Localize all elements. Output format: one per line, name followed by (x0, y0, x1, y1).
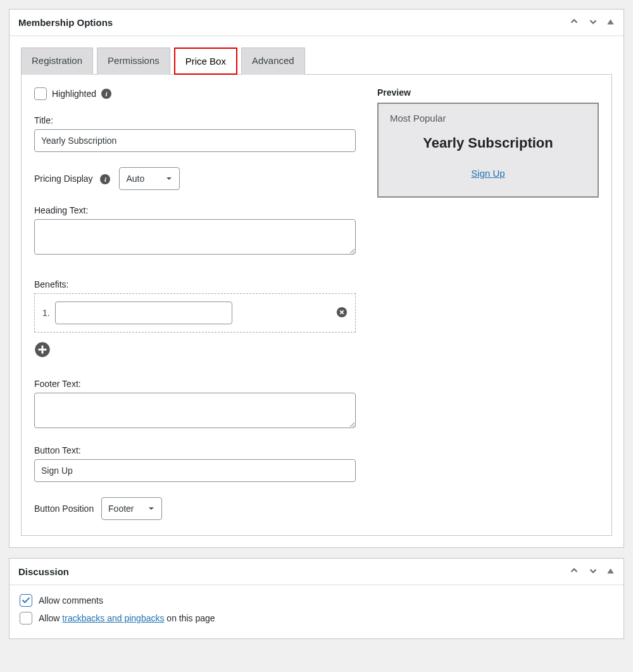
benefit-number: 1. (42, 308, 50, 318)
add-benefit-button[interactable] (34, 341, 51, 360)
allow-trackbacks-label: Allow trackbacks and pingbacks on this p… (39, 613, 215, 623)
preview-column: Preview Most Popular Yearly Subscription… (377, 87, 599, 523)
heading-text-textarea[interactable] (34, 219, 356, 255)
allow-trackbacks-row: Allow trackbacks and pingbacks on this p… (20, 612, 613, 624)
heading-text-label: Heading Text: (34, 205, 365, 215)
pricing-display-select[interactable]: Auto (119, 167, 180, 190)
heading-text-row: Heading Text: (34, 205, 365, 257)
button-position-select[interactable]: Footer (101, 497, 162, 520)
pricing-display-label: Pricing Display (34, 174, 93, 184)
move-down-button[interactable] (587, 16, 599, 29)
title-label: Title: (34, 115, 365, 125)
membership-options-header: Membership Options (9, 10, 624, 36)
discussion-header: Discussion (9, 559, 624, 585)
discussion-title: Discussion (18, 566, 69, 577)
trackbacks-link[interactable]: trackbacks and pingbacks (62, 613, 164, 623)
tab-permissions[interactable]: Permissions (97, 48, 170, 75)
remove-benefit-button[interactable] (336, 307, 348, 320)
price-box-panel: Highlighted i Title: Pricing Display i A… (21, 74, 612, 536)
preview-box: Most Popular Yearly Subscription Sign Up (377, 103, 599, 198)
info-icon[interactable]: i (101, 89, 111, 99)
button-text-input[interactable] (34, 459, 356, 482)
panel-actions (568, 565, 615, 578)
close-circle-icon (336, 307, 348, 320)
triangle-up-icon (606, 18, 615, 28)
tab-price-box[interactable]: Price Box (174, 48, 237, 75)
title-row: Title: (34, 115, 365, 152)
form-column: Highlighted i Title: Pricing Display i A… (34, 87, 365, 523)
allow-comments-label: Allow comments (39, 595, 103, 605)
move-up-button[interactable] (568, 565, 580, 578)
allow-comments-row: Allow comments (20, 594, 613, 607)
chevron-up-icon (568, 565, 580, 578)
membership-options-title: Membership Options (18, 17, 113, 28)
chevron-up-icon (568, 16, 580, 29)
benefit-item[interactable]: 1. (34, 293, 356, 333)
tab-advanced[interactable]: Advanced (241, 48, 305, 75)
benefits-row: Benefits: 1. (34, 279, 365, 360)
chevron-down-icon (587, 16, 599, 29)
title-input[interactable] (34, 129, 356, 152)
discussion-body: Allow comments Allow trackbacks and ping… (9, 585, 624, 638)
button-position-label: Button Position (34, 504, 94, 514)
preview-signup-link[interactable]: Sign Up (471, 168, 505, 179)
footer-text-textarea[interactable] (34, 393, 356, 428)
pricing-display-row: Pricing Display i Auto (34, 167, 365, 190)
membership-options-body: Registration Permissions Price Box Advan… (9, 36, 624, 547)
trackback-suffix: on this page (164, 613, 215, 623)
plus-circle-icon (34, 341, 51, 360)
footer-text-row: Footer Text: (34, 379, 365, 430)
discussion-panel: Discussion Allow comm (9, 558, 624, 639)
move-down-button[interactable] (587, 565, 599, 578)
preview-title: Yearly Subscription (390, 135, 586, 151)
benefit-input[interactable] (55, 301, 232, 324)
highlighted-label: Highlighted (52, 89, 96, 99)
benefits-label: Benefits: (34, 279, 365, 289)
chevron-down-icon (587, 565, 599, 578)
allow-comments-checkbox[interactable] (20, 594, 32, 607)
panel-actions (568, 16, 615, 29)
trackback-prefix: Allow (39, 613, 62, 623)
footer-text-label: Footer Text: (34, 379, 365, 389)
tab-registration[interactable]: Registration (21, 48, 93, 75)
info-icon[interactable]: i (100, 174, 110, 184)
toggle-panel-button[interactable] (606, 18, 615, 28)
preview-tag: Most Popular (390, 113, 586, 124)
allow-trackbacks-checkbox[interactable] (20, 612, 32, 624)
tab-list: Registration Permissions Price Box Advan… (21, 48, 612, 75)
button-text-label: Button Text: (34, 445, 365, 455)
toggle-panel-button[interactable] (606, 567, 615, 577)
button-position-row: Button Position Footer (34, 497, 365, 520)
button-text-row: Button Text: (34, 445, 365, 482)
move-up-button[interactable] (568, 16, 580, 29)
highlighted-checkbox[interactable] (34, 87, 47, 100)
membership-options-panel: Membership Options Registration Permis (9, 9, 624, 548)
preview-label: Preview (377, 87, 599, 98)
highlighted-row: Highlighted i (34, 87, 365, 100)
triangle-up-icon (606, 567, 615, 577)
